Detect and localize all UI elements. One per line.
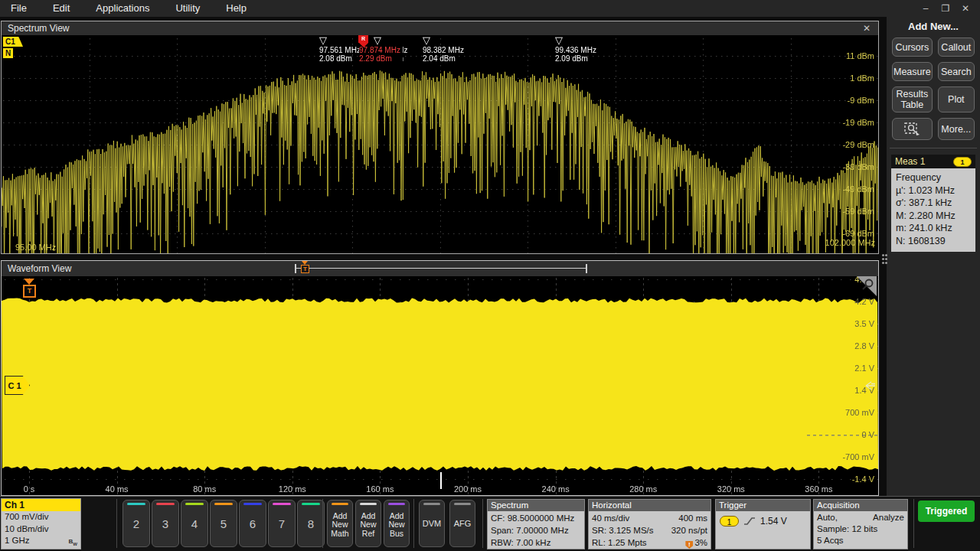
meas1-stat-line: N: 1608139 xyxy=(896,235,971,248)
plot-button[interactable]: Plot xyxy=(938,86,975,112)
channel-button[interactable]: 6 xyxy=(239,500,266,547)
waveform-voltage-label: 3.5 V xyxy=(821,319,874,328)
channel-button[interactable]: 5 xyxy=(210,500,237,547)
channel-color-stripe xyxy=(156,503,175,505)
channel-button[interactable]: 7 xyxy=(268,500,296,547)
oscilloscope-app: FileEditApplicationsUtilityHelp – ❐ ✕ Sp… xyxy=(0,0,980,551)
trigger-settings-box[interactable]: Trigger 1 1.54 V xyxy=(715,499,811,549)
add-color-stripe xyxy=(388,503,405,505)
triggered-status-badge: Triggered xyxy=(918,500,975,522)
channel-color-stripe xyxy=(185,503,204,505)
menu-bar: FileEditApplicationsUtilityHelp – ❐ ✕ xyxy=(0,0,980,17)
channel-button[interactable]: 4 xyxy=(181,500,208,547)
channel-color-stripe xyxy=(214,503,233,505)
spectrum-view-titlebar[interactable]: Spectrum View ✕ xyxy=(2,21,878,35)
waveform-time-label: 0 s xyxy=(24,484,35,494)
group-separator xyxy=(413,499,414,548)
add-new-button[interactable]: Add New Ref xyxy=(355,500,381,547)
marker-readout: 97.561 MHz 2.08 dBm xyxy=(319,47,361,63)
spectrum-marker[interactable]: ▽ 97.561 MHz 2.08 dBm xyxy=(318,35,328,45)
add-new-button[interactable]: Add New Bus xyxy=(384,500,410,547)
acquisition-settings-box[interactable]: Acquisition Auto, Analyze Sample: 12 bit… xyxy=(813,499,908,549)
sample-rate: SR: 3.125 MS/s xyxy=(592,524,654,536)
zoom-select-icon xyxy=(903,122,920,137)
zoom-select-button[interactable] xyxy=(892,118,933,140)
menu-item-utility[interactable]: Utility xyxy=(162,0,213,17)
marker-triangle-icon: ▽ xyxy=(372,35,383,45)
spectrum-marker[interactable]: ▽ 99.436 MHz 2.09 dBm xyxy=(554,35,564,45)
waveform-voltage-label: 4.2 V xyxy=(821,297,874,306)
spectrum-amplitude-label: -59 dBm xyxy=(821,207,874,216)
more-button[interactable]: More... xyxy=(938,118,975,140)
spectrum-marker[interactable]: ▽ MHz Bm xyxy=(372,35,383,45)
position-trigger-flag-icon[interactable]: T xyxy=(301,265,309,273)
spectrum-setting-line: RBW: 7.00 kHz xyxy=(491,536,581,549)
waveform-plot[interactable]: T C 1 4.9 V4.2 V3.5 V2.8 V2.1 V1.4 V700 … xyxy=(2,276,878,495)
results-table-button[interactable]: Results Table xyxy=(892,86,933,112)
restore-icon[interactable]: ❐ xyxy=(936,0,956,17)
waveform-voltage-label: 2.1 V xyxy=(821,364,874,373)
menu-item-file[interactable]: File xyxy=(0,0,40,17)
search-button[interactable]: Search xyxy=(938,62,975,81)
spectrum-amplitude-label: -69 dBm xyxy=(821,229,874,238)
minimize-icon[interactable]: – xyxy=(916,0,936,17)
marker-readout: 98.382 MHz 2.04 dBm xyxy=(423,47,464,63)
trigger-position-flag[interactable]: T xyxy=(23,279,35,298)
group-separator xyxy=(913,499,914,548)
add-new-button[interactable]: Add New Math xyxy=(327,500,353,547)
waveform-view-window: Waveform View T T C 1 4.9 V4.2 V3.5 V2.8… xyxy=(1,260,879,496)
view-splitter-handle[interactable] xyxy=(882,254,884,256)
meas1-stat-line: µ': 1.023 MHz xyxy=(896,184,971,197)
waveform-time-label: 160 ms xyxy=(366,484,394,494)
settings-bar: Ch 1 700 mV/div10 dBm/div1 GHz BW 2 3 4 … xyxy=(0,496,980,551)
acquisition-count: 5 Acqs xyxy=(817,535,904,546)
window-controls: – ❐ ✕ xyxy=(916,0,975,17)
trigger-level: 1.54 V xyxy=(760,516,787,527)
spectrum-trace-canvas xyxy=(2,35,878,253)
group-separator xyxy=(322,499,323,548)
marker-readout: 99.436 MHz 2.09 dBm xyxy=(555,47,596,63)
zoom-corner-icon[interactable] xyxy=(857,276,877,296)
menu-item-edit[interactable]: Edit xyxy=(40,0,83,17)
spectrum-trace-badge[interactable]: N xyxy=(3,48,13,58)
spectrum-plot[interactable]: C1 N 11 dBm1 dBm-9 dBm-19 dBm-29 dBm-39 … xyxy=(2,35,878,253)
afg-button[interactable]: AFG xyxy=(449,500,475,547)
trigger-level-arrow-icon[interactable] xyxy=(864,380,877,392)
menu-item-help[interactable]: Help xyxy=(213,0,260,17)
cursors-button[interactable]: Cursors xyxy=(892,37,933,57)
waveform-voltage-label: -700 mV xyxy=(821,452,874,461)
waveform-time-label: 240 ms xyxy=(542,484,570,494)
close-icon[interactable]: ✕ xyxy=(956,0,975,17)
channel-button[interactable]: 2 xyxy=(122,500,150,547)
spectrum-amplitude-label: -39 dBm xyxy=(821,162,874,171)
channel1-badge[interactable]: Ch 1 700 mV/div10 dBm/div1 GHz BW xyxy=(1,498,81,549)
waveform-time-label: 200 ms xyxy=(454,484,482,494)
horizontal-position-bar[interactable]: T xyxy=(295,264,587,273)
channel-button[interactable]: 8 xyxy=(297,500,325,547)
spectrum-marker[interactable]: ▽ 98.382 MHz 2.04 dBm xyxy=(421,35,432,45)
spectrum-marker[interactable]: ▽ R 97.874 MHz 2.29 dBm xyxy=(358,35,368,43)
spectrum-view-window: Spectrum View ✕ C1 N 11 dBm1 dBm-9 dBm-1… xyxy=(1,21,879,254)
menu-item-applications[interactable]: Applications xyxy=(83,0,162,17)
compression-status: !3% xyxy=(685,536,707,549)
spectrum-amplitude-label: -9 dBm xyxy=(821,96,874,105)
waveform-view-titlebar[interactable]: Waveform View T xyxy=(2,261,878,276)
group-separator xyxy=(116,499,117,548)
marker-triangle-icon: ▽ xyxy=(318,35,328,45)
meas1-panel[interactable]: Meas 1 1 Frequencyµ': 1.023 MHzσ': 387.1… xyxy=(891,155,975,252)
channel1-title: Ch 1 xyxy=(2,499,80,511)
spectrum-close-icon[interactable]: ✕ xyxy=(863,21,871,35)
channel-button[interactable]: 3 xyxy=(152,500,179,547)
horizontal-settings-box[interactable]: Horizontal 40 ms/div 400 ms SR: 3.125 MS… xyxy=(588,499,711,549)
spectrum-settings-box[interactable]: Spectrum CF: 98.5000000 MHzSpan: 7.00000… xyxy=(487,499,585,549)
meas1-header[interactable]: Meas 1 1 xyxy=(891,155,975,168)
meas1-stat-line: M: 2.280 MHz xyxy=(896,210,971,223)
dvm-stripe xyxy=(423,503,440,505)
add-color-stripe xyxy=(360,503,377,505)
dvm-button[interactable]: DVM xyxy=(419,500,445,547)
waveform-time-label: 120 ms xyxy=(279,484,306,494)
measure-button[interactable]: Measure xyxy=(892,62,933,81)
callout-button[interactable]: Callout xyxy=(938,37,975,57)
spectrum-amplitude-label: -29 dBm xyxy=(821,140,874,149)
marker-triangle-icon: ▽ xyxy=(554,35,564,45)
